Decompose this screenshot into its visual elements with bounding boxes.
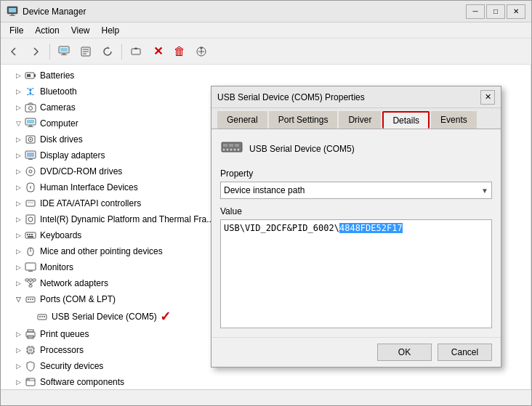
svg-rect-3 [9,15,15,16]
expand-intel[interactable]: ▷ [12,216,24,223]
close-button[interactable]: ✕ [507,4,525,19]
window-title: Device Manager [23,7,466,17]
expand-processors[interactable]: ▷ [12,346,24,354]
expand-print[interactable]: ▷ [12,330,24,338]
tab-details[interactable]: Details [382,111,430,129]
svg-point-63 [39,316,41,317]
processors-label: Processors [40,345,84,355]
expand-batteries[interactable]: ▷ [12,72,24,79]
menu-bar: File Action View Help [1,23,531,38]
device-header-icon [220,138,243,160]
svg-rect-37 [26,200,35,206]
uninstall-button[interactable]: 🗑 [169,41,190,62]
svg-rect-53 [33,279,36,281]
property-dropdown[interactable]: Device instance path ▼ [220,182,492,199]
dvd-label: DVD/CD-ROM drives [40,166,122,176]
checkmark-annotation: ✓ [160,309,171,325]
security-label: Security devices [40,361,103,371]
svg-point-21 [29,107,33,110]
expand-mice[interactable]: ▷ [12,248,24,255]
properties-dialog: USB Serial Device (COM5) Properties ✕ Ge… [211,86,501,368]
keyboards-label: Keyboards [40,230,81,240]
maximize-button[interactable]: □ [486,4,505,19]
dialog-title: USB Serial Device (COM5) Properties [217,92,480,102]
svg-rect-43 [29,234,31,235]
expand-software-components[interactable]: ▷ [12,378,24,386]
svg-point-102 [227,149,229,151]
expand-monitors[interactable]: ▷ [12,264,24,271]
expand-keyboards[interactable]: ▷ [12,232,24,239]
tree-item-software-components[interactable]: ▷ Software components [1,374,531,389]
toolbar: ✕ 🗑 [1,38,531,65]
svg-rect-42 [27,234,28,235]
expand-computer[interactable]: ▽ [12,120,24,127]
menu-action[interactable]: Action [29,24,65,37]
tree-item-batteries[interactable]: ▷ Batteries [1,68,531,84]
minimize-button[interactable]: ─ [466,4,485,19]
security-icon [24,360,37,373]
svg-rect-39 [26,215,35,224]
svg-rect-99 [229,144,233,147]
dropdown-arrow-icon: ▼ [481,187,488,195]
disable-button[interactable]: ✕ [148,41,168,62]
hid-label: Human Interface Devices [40,182,138,192]
dialog-tabs: General Port Settings Driver Details Eve… [211,108,501,129]
display-label: Display adapters [40,150,105,161]
network-icon [24,277,37,290]
expand-ide[interactable]: ▷ [12,200,24,207]
menu-file[interactable]: File [4,24,29,37]
svg-rect-54 [29,285,32,287]
cameras-label: Cameras [40,102,76,113]
svg-rect-13 [132,49,140,54]
menu-view[interactable]: View [65,24,96,37]
properties-button[interactable] [76,41,96,62]
back-button[interactable] [4,41,24,62]
expand-dvd[interactable]: ▷ [12,168,24,175]
mice-icon [24,245,37,258]
software-components-label: Software components [40,377,124,387]
tab-port-settings[interactable]: Port Settings [269,111,338,129]
device-name: USB Serial Device (COM5) [249,144,355,154]
expand-hid[interactable]: ▷ [12,184,24,191]
svg-point-40 [28,217,33,222]
computer-icon [24,117,37,130]
svg-point-101 [223,149,225,151]
menu-help[interactable]: Help [96,24,126,37]
dialog-body: USB Serial Device (COM5) Property Device… [211,129,501,337]
bluetooth-icon: ⯰ [24,85,37,98]
expand-cameras[interactable]: ▷ [12,104,24,111]
svg-point-105 [238,149,240,151]
mice-label: Mice and other pointing devices [40,246,163,256]
svg-point-103 [230,149,233,151]
value-box: USB\VID_2DCF&PID_6002\4848FDE52F17 [220,219,492,328]
expand-ports[interactable]: ▽ [12,296,24,303]
refresh-button[interactable] [97,41,118,62]
expand-display[interactable]: ▷ [12,152,24,159]
expand-security[interactable]: ▷ [12,362,24,370]
scan-button[interactable] [191,41,211,62]
tab-driver[interactable]: Driver [339,111,381,129]
expand-disk[interactable]: ▷ [12,136,24,143]
dialog-titlebar: USB Serial Device (COM5) Properties ✕ [211,86,501,108]
expand-network[interactable]: ▷ [12,280,24,287]
forward-button[interactable] [25,41,46,62]
tab-events[interactable]: Events [431,111,477,129]
network-label: Network adapters [40,278,108,288]
expand-bluetooth[interactable]: ▷ [12,88,24,95]
svg-rect-24 [29,125,32,126]
value-text-normal: USB\VID_2DCF&PID_6002\ [224,223,339,233]
batteries-icon [24,69,37,82]
svg-rect-20 [25,105,36,112]
ok-button[interactable]: OK [377,344,432,361]
cancel-button[interactable]: Cancel [438,344,492,361]
dialog-buttons: OK Cancel [211,337,501,367]
svg-rect-7 [61,54,67,55]
status-bar [1,389,531,405]
update-driver-button[interactable] [126,41,146,62]
computer-button[interactable] [54,41,74,62]
tab-general[interactable]: General [217,111,267,129]
disk-icon [24,133,37,146]
ide-icon [24,197,37,210]
dialog-close-button[interactable]: ✕ [480,90,495,105]
svg-marker-12 [108,46,110,49]
